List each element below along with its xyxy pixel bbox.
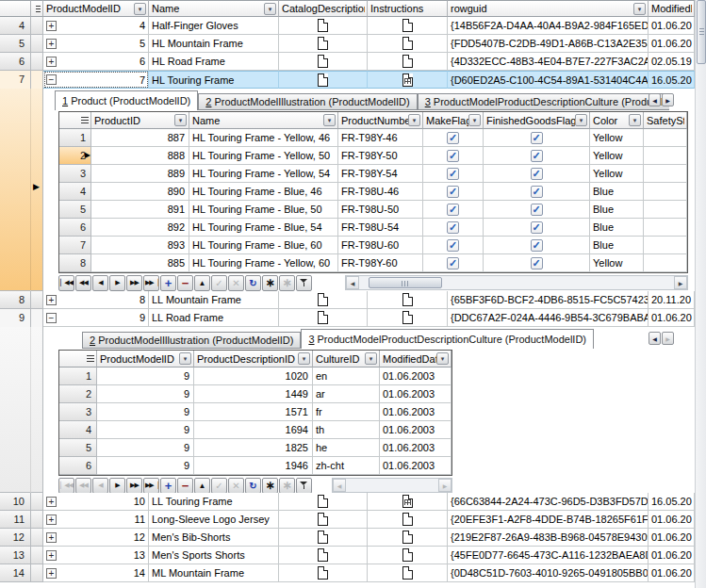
filter-dropdown-button[interactable]: ▾ xyxy=(468,114,481,126)
cell-name[interactable]: LL Mountain Frame xyxy=(149,291,279,309)
vertical-scrollbar[interactable] xyxy=(695,0,706,588)
column-header-finishedGoodsFlag[interactable]: FinishedGoodsFlag▾ xyxy=(484,112,590,129)
cell-catalogdescription[interactable] xyxy=(279,17,368,35)
tab-scroll-left-icon[interactable]: ◀ xyxy=(649,93,661,106)
column-header-cultureId[interactable]: CultureID▾ xyxy=(313,351,380,368)
column-header-productDescriptionId[interactable]: ProductDescriptionID▾ xyxy=(194,351,313,368)
expand-button[interactable]: + xyxy=(46,497,57,507)
detail-row[interactable]: 2▶888HL Touring Frame - Yellow, 50FR-T98… xyxy=(59,147,687,165)
column-header-modifiedDate[interactable]: ModifiedDate xyxy=(649,0,695,17)
column-header-catalogDescription[interactable]: CatalogDescription xyxy=(279,0,368,17)
nav-append-button[interactable]: + xyxy=(160,275,176,291)
cell-safetyStock[interactable] xyxy=(644,129,687,147)
detail-row[interactable]: 4890HL Touring Frame - Blue, 46FR-T98U-4… xyxy=(59,183,687,201)
cell-name[interactable]: HL Touring Frame - Yellow, 54 xyxy=(189,165,338,183)
cell-catalogdescription[interactable] xyxy=(279,71,368,89)
nav-locate-button[interactable]: ∗ xyxy=(262,275,278,291)
cell-name[interactable]: HL Touring Frame - Yellow, 60 xyxy=(189,254,338,272)
tab-productmodelillustration[interactable]: 2ProductModelIllustration (ProductModelI… xyxy=(82,332,301,349)
tab-product[interactable]: 1Product (ProductModelID) xyxy=(55,90,198,110)
checkbox-checked-icon[interactable]: ✓ xyxy=(447,150,459,162)
cell-finishedGoodsFlag[interactable]: ✓ xyxy=(484,165,590,183)
checkbox-checked-icon[interactable]: ✓ xyxy=(531,221,543,234)
detail-row[interactable]: 191020en01.06.2003 xyxy=(59,368,452,385)
column-header-rowguid[interactable]: rowguid▾ xyxy=(448,0,649,17)
cell-productId[interactable]: 887 xyxy=(91,129,189,147)
cell-rowguid[interactable]: {45FE0D77-6645-473C-A116-1232BAEA8D43} xyxy=(448,547,649,564)
cell-cultureId[interactable]: he xyxy=(313,439,380,457)
cell-productModelId[interactable]: 9 xyxy=(97,457,194,475)
cell-color[interactable]: Blue xyxy=(590,183,644,201)
nav-next-button[interactable]: ▶ xyxy=(109,275,125,291)
cell-productNumber[interactable]: FR-T98U-50 xyxy=(338,201,423,219)
cell-productmodelid[interactable]: +14 xyxy=(43,564,149,582)
cell-instructions[interactable] xyxy=(368,493,448,511)
cell-makeFlag[interactable]: ✓ xyxy=(423,237,484,254)
column-header-makeFlag[interactable]: MakeFlag▾ xyxy=(423,112,484,129)
cell-finishedGoodsFlag[interactable]: ✓ xyxy=(484,183,590,201)
checkbox-checked-icon[interactable]: ✓ xyxy=(531,204,543,216)
tab-scroll-right-icon[interactable]: ▶ xyxy=(662,93,674,106)
cell-productmodelid[interactable]: +10 xyxy=(43,493,149,511)
nav-prev-button[interactable]: ◀ xyxy=(92,275,108,291)
expand-button[interactable]: + xyxy=(46,295,57,305)
cell-color[interactable]: Yellow xyxy=(590,129,644,147)
tab-productmodelillustration[interactable]: 2ProductModelIllustration (ProductModelI… xyxy=(198,93,417,110)
cell-modifieddate[interactable]: 02.05.19 xyxy=(649,53,695,71)
detail-row[interactable]: 291449ar01.06.2003 xyxy=(59,385,452,403)
checkbox-checked-icon[interactable]: ✓ xyxy=(447,239,459,252)
filter-dropdown-button[interactable]: ▾ xyxy=(629,114,641,126)
cell-makeFlag[interactable]: ✓ xyxy=(423,254,484,272)
nav-next-button[interactable]: ▶ xyxy=(109,478,125,494)
column-header-name[interactable]: Name▾ xyxy=(189,112,338,129)
vertical-scrollbar-thumb[interactable] xyxy=(697,0,706,64)
cell-productModelId[interactable]: 9 xyxy=(97,439,194,457)
filter-dropdown-button[interactable]: ▾ xyxy=(174,114,187,126)
cell-rowguid[interactable]: {219E2F87-26A9-483B-B968-04578E943096} xyxy=(448,529,649,547)
cell-safetyStock[interactable] xyxy=(644,219,687,237)
cell-modifieddate[interactable]: 01.06.20 xyxy=(649,511,695,529)
nav-next-page-button[interactable]: ▶▶ xyxy=(126,478,142,494)
cell-productModelId[interactable]: 9 xyxy=(97,421,194,439)
filter-dropdown-button[interactable]: ▾ xyxy=(436,352,449,365)
checkbox-checked-icon[interactable]: ✓ xyxy=(447,221,459,234)
cell-productModelId[interactable]: 9 xyxy=(97,385,194,403)
cell-finishedGoodsFlag[interactable]: ✓ xyxy=(484,147,590,165)
nav-filter-button[interactable] xyxy=(296,478,312,494)
detail-row[interactable]: 6892HL Touring Frame - Blue, 54FR-T98U-5… xyxy=(59,219,687,237)
column-header-productModelId[interactable]: ProductModelID▾ xyxy=(97,351,194,368)
checkbox-checked-icon[interactable]: ✓ xyxy=(531,150,543,162)
cell-rowguid[interactable]: {14B56F2A-D4AA-40A4-B9A2-984F165ED702} xyxy=(448,17,649,35)
checkbox-checked-icon[interactable]: ✓ xyxy=(531,257,543,270)
cell-instructions[interactable] xyxy=(368,564,448,582)
cell-modifieddate[interactable]: 01.06.20 xyxy=(649,564,695,582)
nav-refresh-button[interactable]: ↻ xyxy=(245,275,261,291)
cell-modifieddate[interactable]: 16.05.20 xyxy=(649,71,695,89)
filter-dropdown-button[interactable]: ▾ xyxy=(408,114,420,126)
master-row[interactable]: 4+4Half-Finger Gloves{14B56F2A-D4AA-40A4… xyxy=(0,17,695,35)
cell-cultureId[interactable]: en xyxy=(313,368,380,385)
cell-makeFlag[interactable]: ✓ xyxy=(423,147,484,165)
cell-productId[interactable]: 893 xyxy=(91,237,189,254)
cell-finishedGoodsFlag[interactable]: ✓ xyxy=(484,254,590,272)
cell-finishedGoodsFlag[interactable]: ✓ xyxy=(484,129,590,147)
cell-productNumber[interactable]: FR-T98U-60 xyxy=(338,237,423,254)
cell-modifiedDate[interactable]: 01.06.2003 xyxy=(380,385,452,403)
cell-productmodelid[interactable]: −9 xyxy=(43,309,149,327)
cell-modifieddate[interactable]: 01.06.20 xyxy=(649,35,695,53)
nav-next-page-button[interactable]: ▶▶ xyxy=(126,275,142,291)
cell-modifieddate[interactable]: 01.06.20 xyxy=(649,17,695,35)
detail-row[interactable]: 591825he01.06.2003 xyxy=(59,439,452,457)
cell-catalogdescription[interactable] xyxy=(279,35,368,53)
cell-name[interactable]: HL Touring Frame - Blue, 46 xyxy=(189,183,338,201)
cell-finishedGoodsFlag[interactable]: ✓ xyxy=(484,219,590,237)
detail-row[interactable]: 1887HL Touring Frame - Yellow, 46FR-T98Y… xyxy=(59,129,687,147)
column-header-productNumber[interactable]: ProductNumber▾ xyxy=(338,112,423,129)
nav-last-button[interactable]: ▶▶▕ xyxy=(143,478,159,494)
cell-productNumber[interactable]: FR-T98Y-60 xyxy=(338,254,423,272)
cell-rowguid[interactable]: {4D332ECC-48B3-4E04-B7E7-227F3AC2A7EC} xyxy=(448,53,649,71)
hscroll-left-icon[interactable]: ◀ xyxy=(346,276,359,289)
horizontal-scrollbar[interactable]: ◀▶ xyxy=(345,275,688,290)
checkbox-checked-icon[interactable]: ✓ xyxy=(447,186,459,198)
detail-row[interactable]: 691946zh-cht01.06.2003 xyxy=(59,457,452,475)
